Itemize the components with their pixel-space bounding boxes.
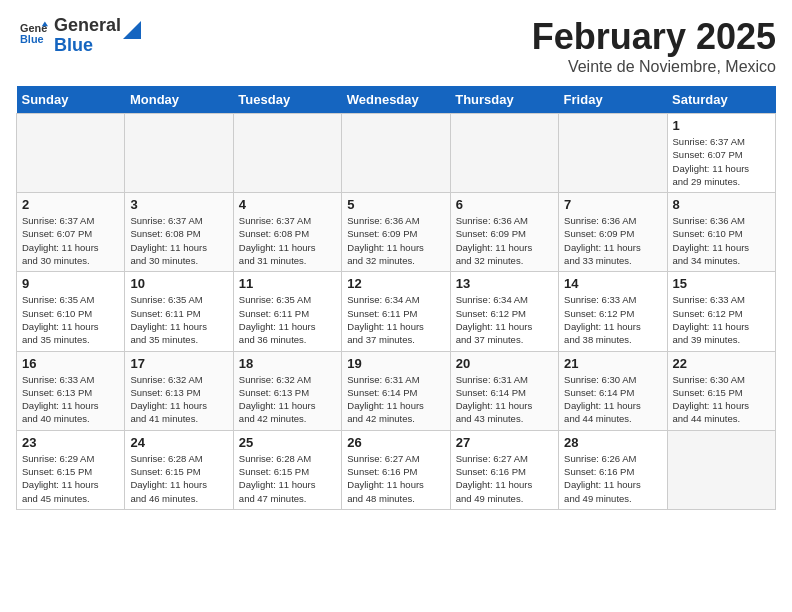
day-number: 23 xyxy=(22,435,119,450)
day-number: 16 xyxy=(22,356,119,371)
day-number: 21 xyxy=(564,356,661,371)
calendar-cell: 9Sunrise: 6:35 AM Sunset: 6:10 PM Daylig… xyxy=(17,272,125,351)
calendar-cell: 2Sunrise: 6:37 AM Sunset: 6:07 PM Daylig… xyxy=(17,193,125,272)
day-number: 2 xyxy=(22,197,119,212)
week-row-2: 2Sunrise: 6:37 AM Sunset: 6:07 PM Daylig… xyxy=(17,193,776,272)
day-info: Sunrise: 6:35 AM Sunset: 6:11 PM Dayligh… xyxy=(130,293,227,346)
day-number: 1 xyxy=(673,118,770,133)
calendar-cell: 27Sunrise: 6:27 AM Sunset: 6:16 PM Dayli… xyxy=(450,430,558,509)
calendar-cell: 20Sunrise: 6:31 AM Sunset: 6:14 PM Dayli… xyxy=(450,351,558,430)
calendar-cell xyxy=(667,430,775,509)
day-number: 20 xyxy=(456,356,553,371)
calendar-cell xyxy=(342,114,450,193)
weekday-header-wednesday: Wednesday xyxy=(342,86,450,114)
day-info: Sunrise: 6:30 AM Sunset: 6:14 PM Dayligh… xyxy=(564,373,661,426)
calendar-table: SundayMondayTuesdayWednesdayThursdayFrid… xyxy=(16,86,776,510)
day-number: 11 xyxy=(239,276,336,291)
day-info: Sunrise: 6:26 AM Sunset: 6:16 PM Dayligh… xyxy=(564,452,661,505)
calendar-cell: 21Sunrise: 6:30 AM Sunset: 6:14 PM Dayli… xyxy=(559,351,667,430)
day-number: 12 xyxy=(347,276,444,291)
location-title: Veinte de Noviembre, Mexico xyxy=(532,58,776,76)
day-number: 3 xyxy=(130,197,227,212)
calendar-cell: 6Sunrise: 6:36 AM Sunset: 6:09 PM Daylig… xyxy=(450,193,558,272)
weekday-header-saturday: Saturday xyxy=(667,86,775,114)
calendar-cell: 3Sunrise: 6:37 AM Sunset: 6:08 PM Daylig… xyxy=(125,193,233,272)
calendar-cell xyxy=(17,114,125,193)
day-info: Sunrise: 6:36 AM Sunset: 6:09 PM Dayligh… xyxy=(564,214,661,267)
month-title: February 2025 xyxy=(532,16,776,58)
day-info: Sunrise: 6:27 AM Sunset: 6:16 PM Dayligh… xyxy=(456,452,553,505)
day-number: 5 xyxy=(347,197,444,212)
day-info: Sunrise: 6:29 AM Sunset: 6:15 PM Dayligh… xyxy=(22,452,119,505)
day-number: 9 xyxy=(22,276,119,291)
day-info: Sunrise: 6:36 AM Sunset: 6:09 PM Dayligh… xyxy=(347,214,444,267)
day-info: Sunrise: 6:32 AM Sunset: 6:13 PM Dayligh… xyxy=(130,373,227,426)
day-number: 6 xyxy=(456,197,553,212)
calendar-cell: 16Sunrise: 6:33 AM Sunset: 6:13 PM Dayli… xyxy=(17,351,125,430)
day-info: Sunrise: 6:31 AM Sunset: 6:14 PM Dayligh… xyxy=(347,373,444,426)
day-number: 13 xyxy=(456,276,553,291)
day-info: Sunrise: 6:33 AM Sunset: 6:12 PM Dayligh… xyxy=(673,293,770,346)
day-info: Sunrise: 6:34 AM Sunset: 6:11 PM Dayligh… xyxy=(347,293,444,346)
calendar-cell: 28Sunrise: 6:26 AM Sunset: 6:16 PM Dayli… xyxy=(559,430,667,509)
calendar-cell: 7Sunrise: 6:36 AM Sunset: 6:09 PM Daylig… xyxy=(559,193,667,272)
day-number: 18 xyxy=(239,356,336,371)
calendar-cell: 24Sunrise: 6:28 AM Sunset: 6:15 PM Dayli… xyxy=(125,430,233,509)
weekday-header-friday: Friday xyxy=(559,86,667,114)
calendar-cell: 5Sunrise: 6:36 AM Sunset: 6:09 PM Daylig… xyxy=(342,193,450,272)
day-number: 28 xyxy=(564,435,661,450)
calendar-cell: 12Sunrise: 6:34 AM Sunset: 6:11 PM Dayli… xyxy=(342,272,450,351)
week-row-3: 9Sunrise: 6:35 AM Sunset: 6:10 PM Daylig… xyxy=(17,272,776,351)
weekday-header-tuesday: Tuesday xyxy=(233,86,341,114)
calendar-cell xyxy=(450,114,558,193)
day-number: 14 xyxy=(564,276,661,291)
calendar-cell: 1Sunrise: 6:37 AM Sunset: 6:07 PM Daylig… xyxy=(667,114,775,193)
day-info: Sunrise: 6:32 AM Sunset: 6:13 PM Dayligh… xyxy=(239,373,336,426)
calendar-cell: 23Sunrise: 6:29 AM Sunset: 6:15 PM Dayli… xyxy=(17,430,125,509)
weekday-header-thursday: Thursday xyxy=(450,86,558,114)
day-info: Sunrise: 6:30 AM Sunset: 6:15 PM Dayligh… xyxy=(673,373,770,426)
day-info: Sunrise: 6:28 AM Sunset: 6:15 PM Dayligh… xyxy=(239,452,336,505)
calendar-cell: 22Sunrise: 6:30 AM Sunset: 6:15 PM Dayli… xyxy=(667,351,775,430)
day-info: Sunrise: 6:34 AM Sunset: 6:12 PM Dayligh… xyxy=(456,293,553,346)
calendar-cell xyxy=(233,114,341,193)
day-number: 15 xyxy=(673,276,770,291)
logo-icon: General Blue xyxy=(20,20,48,48)
week-row-1: 1Sunrise: 6:37 AM Sunset: 6:07 PM Daylig… xyxy=(17,114,776,193)
day-number: 8 xyxy=(673,197,770,212)
calendar-cell: 19Sunrise: 6:31 AM Sunset: 6:14 PM Dayli… xyxy=(342,351,450,430)
logo-triangle-icon xyxy=(123,21,141,39)
day-info: Sunrise: 6:37 AM Sunset: 6:08 PM Dayligh… xyxy=(130,214,227,267)
day-info: Sunrise: 6:36 AM Sunset: 6:10 PM Dayligh… xyxy=(673,214,770,267)
week-row-4: 16Sunrise: 6:33 AM Sunset: 6:13 PM Dayli… xyxy=(17,351,776,430)
day-number: 7 xyxy=(564,197,661,212)
day-info: Sunrise: 6:27 AM Sunset: 6:16 PM Dayligh… xyxy=(347,452,444,505)
weekday-header-row: SundayMondayTuesdayWednesdayThursdayFrid… xyxy=(17,86,776,114)
calendar-cell: 14Sunrise: 6:33 AM Sunset: 6:12 PM Dayli… xyxy=(559,272,667,351)
day-number: 25 xyxy=(239,435,336,450)
day-info: Sunrise: 6:35 AM Sunset: 6:10 PM Dayligh… xyxy=(22,293,119,346)
day-number: 26 xyxy=(347,435,444,450)
day-info: Sunrise: 6:37 AM Sunset: 6:07 PM Dayligh… xyxy=(673,135,770,188)
logo: General Blue General Blue xyxy=(16,16,141,56)
day-number: 4 xyxy=(239,197,336,212)
calendar-cell: 18Sunrise: 6:32 AM Sunset: 6:13 PM Dayli… xyxy=(233,351,341,430)
calendar-cell: 17Sunrise: 6:32 AM Sunset: 6:13 PM Dayli… xyxy=(125,351,233,430)
logo-blue: Blue xyxy=(54,36,121,56)
calendar-cell: 4Sunrise: 6:37 AM Sunset: 6:08 PM Daylig… xyxy=(233,193,341,272)
calendar-cell: 10Sunrise: 6:35 AM Sunset: 6:11 PM Dayli… xyxy=(125,272,233,351)
day-info: Sunrise: 6:33 AM Sunset: 6:13 PM Dayligh… xyxy=(22,373,119,426)
calendar-cell: 26Sunrise: 6:27 AM Sunset: 6:16 PM Dayli… xyxy=(342,430,450,509)
day-number: 27 xyxy=(456,435,553,450)
day-info: Sunrise: 6:31 AM Sunset: 6:14 PM Dayligh… xyxy=(456,373,553,426)
calendar-cell: 8Sunrise: 6:36 AM Sunset: 6:10 PM Daylig… xyxy=(667,193,775,272)
svg-marker-3 xyxy=(123,21,141,39)
weekday-header-sunday: Sunday xyxy=(17,86,125,114)
calendar-cell: 25Sunrise: 6:28 AM Sunset: 6:15 PM Dayli… xyxy=(233,430,341,509)
day-info: Sunrise: 6:35 AM Sunset: 6:11 PM Dayligh… xyxy=(239,293,336,346)
weekday-header-monday: Monday xyxy=(125,86,233,114)
header: General Blue General Blue February 2025 … xyxy=(16,16,776,76)
day-number: 24 xyxy=(130,435,227,450)
day-info: Sunrise: 6:37 AM Sunset: 6:08 PM Dayligh… xyxy=(239,214,336,267)
svg-text:Blue: Blue xyxy=(20,33,44,45)
